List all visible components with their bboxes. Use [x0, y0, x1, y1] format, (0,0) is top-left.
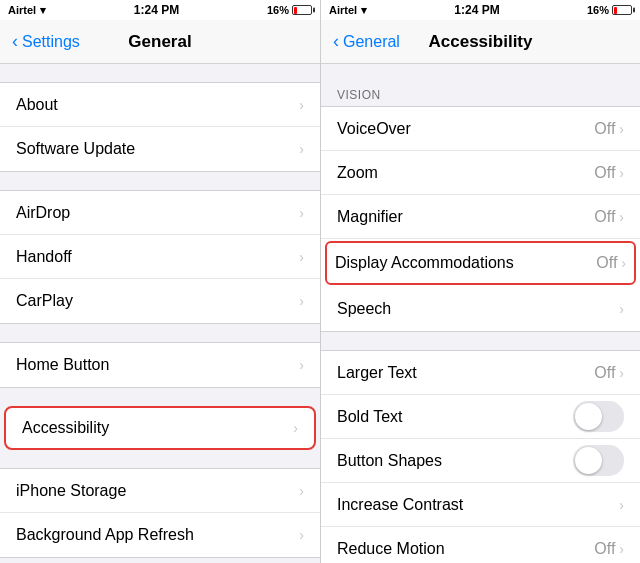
item-value-voiceover: Off: [594, 120, 615, 138]
list-item-magnifier[interactable]: Magnifier Off ›: [321, 195, 640, 239]
battery-fill-right: [614, 7, 617, 14]
section-group-1: About › Software Update ›: [0, 82, 320, 172]
list-item-increase-contrast[interactable]: Increase Contrast ›: [321, 483, 640, 527]
list-container-5: iPhone Storage › Background App Refresh …: [0, 468, 320, 558]
item-label-software-update: Software Update: [16, 140, 135, 158]
back-chevron-right: ‹: [333, 31, 339, 52]
item-value-zoom: Off: [594, 164, 615, 182]
back-chevron-left: ‹: [12, 31, 18, 52]
list-item-button-shapes[interactable]: Button Shapes: [321, 439, 640, 483]
item-label-iphone-storage: iPhone Storage: [16, 482, 126, 500]
item-label-carplay: CarPlay: [16, 292, 73, 310]
status-right-right: 16%: [587, 4, 632, 16]
item-value-larger-text: Off: [594, 364, 615, 382]
battery-icon-left: [292, 5, 312, 15]
back-button-left[interactable]: ‹ Settings: [12, 31, 80, 52]
time-right: 1:24 PM: [454, 3, 499, 17]
item-label-background-app-refresh: Background App Refresh: [16, 526, 194, 544]
item-label-magnifier: Magnifier: [337, 208, 403, 226]
list-container-1: About › Software Update ›: [0, 82, 320, 172]
item-right-magnifier: Off ›: [594, 208, 624, 226]
chevron-zoom: ›: [619, 165, 624, 181]
interaction-list: Larger Text Off › Bold Text Button: [321, 350, 640, 563]
item-right-speech: ›: [619, 301, 624, 317]
left-screen: Airtel ▾ 1:24 PM 16% ‹ Settings General …: [0, 0, 320, 563]
item-value-reduce-motion: Off: [594, 540, 615, 558]
status-left-right: Airtel ▾: [329, 4, 367, 17]
list-item-zoom[interactable]: Zoom Off ›: [321, 151, 640, 195]
back-label-right: General: [343, 33, 400, 51]
chevron-background-app-refresh: ›: [299, 527, 304, 543]
list-container-4: Accessibility ›: [0, 406, 320, 450]
item-label-handoff: Handoff: [16, 248, 72, 266]
toggle-button-shapes[interactable]: [573, 445, 624, 476]
list-item-background-app-refresh[interactable]: Background App Refresh ›: [0, 513, 320, 557]
battery-percent-right: 16%: [587, 4, 609, 16]
list-item-display-accommodations[interactable]: Display Accommodations Off ›: [325, 241, 636, 285]
section-group-5: iPhone Storage › Background App Refresh …: [0, 468, 320, 558]
chevron-accessibility: ›: [293, 420, 298, 436]
list-item-accessibility[interactable]: Accessibility ›: [4, 406, 316, 450]
item-label-about: About: [16, 96, 58, 114]
item-right-handoff: ›: [299, 249, 304, 265]
list-item-bold-text[interactable]: Bold Text: [321, 395, 640, 439]
nav-bar-right: ‹ General Accessibility: [321, 20, 640, 64]
item-right-accessibility: ›: [293, 420, 298, 436]
list-item-about[interactable]: About ›: [0, 83, 320, 127]
item-right-about: ›: [299, 97, 304, 113]
carrier-left: Airtel: [8, 4, 36, 16]
item-label-button-shapes: Button Shapes: [337, 452, 442, 470]
nav-title-left: General: [128, 32, 191, 52]
list-item-voiceover[interactable]: VoiceOver Off ›: [321, 107, 640, 151]
item-label-home-button: Home Button: [16, 356, 109, 374]
list-item-carplay[interactable]: CarPlay ›: [0, 279, 320, 323]
item-right-iphone-storage: ›: [299, 483, 304, 499]
list-item-home-button[interactable]: Home Button ›: [0, 343, 320, 387]
item-label-zoom: Zoom: [337, 164, 378, 182]
item-right-voiceover: Off ›: [594, 120, 624, 138]
chevron-airdrop: ›: [299, 205, 304, 221]
chevron-iphone-storage: ›: [299, 483, 304, 499]
item-right-background-app-refresh: ›: [299, 527, 304, 543]
item-right-reduce-motion: Off ›: [594, 540, 624, 558]
chevron-display-accommodations: ›: [621, 255, 626, 271]
back-label-left: Settings: [22, 33, 80, 51]
status-bar-left: Airtel ▾ 1:24 PM 16%: [0, 0, 320, 20]
item-label-larger-text: Larger Text: [337, 364, 417, 382]
item-label-display-accommodations: Display Accommodations: [335, 254, 514, 272]
list-item-software-update[interactable]: Software Update ›: [0, 127, 320, 171]
chevron-speech: ›: [619, 301, 624, 317]
section-group-3: Home Button ›: [0, 342, 320, 388]
item-right-button-shapes: [573, 445, 624, 476]
list-item-handoff[interactable]: Handoff ›: [0, 235, 320, 279]
chevron-magnifier: ›: [619, 209, 624, 225]
item-label-speech: Speech: [337, 300, 391, 318]
list-container-2: AirDrop › Handoff › CarPlay ›: [0, 190, 320, 324]
section-group-4: Accessibility ›: [0, 406, 320, 450]
toggle-knob-bold-text: [575, 403, 602, 430]
nav-bar-left: ‹ Settings General: [0, 20, 320, 64]
list-item-airdrop[interactable]: AirDrop ›: [0, 191, 320, 235]
vision-list: VoiceOver Off › Zoom Off › Magnifier: [321, 106, 640, 332]
accessibility-scroll: VISION VoiceOver Off › Zoom Off ›: [321, 64, 640, 563]
back-button-right[interactable]: ‹ General: [333, 31, 400, 52]
chevron-voiceover: ›: [619, 121, 624, 137]
item-right-increase-contrast: ›: [619, 497, 624, 513]
chevron-reduce-motion: ›: [619, 541, 624, 557]
item-right-display-accommodations: Off ›: [596, 254, 626, 272]
item-value-magnifier: Off: [594, 208, 615, 226]
chevron-larger-text: ›: [619, 365, 624, 381]
item-right-home-button: ›: [299, 357, 304, 373]
list-item-iphone-storage[interactable]: iPhone Storage ›: [0, 469, 320, 513]
status-right-left: 16%: [267, 4, 312, 16]
item-right-carplay: ›: [299, 293, 304, 309]
status-left: Airtel ▾: [8, 4, 46, 17]
toggle-bold-text[interactable]: [573, 401, 624, 432]
list-item-larger-text[interactable]: Larger Text Off ›: [321, 351, 640, 395]
list-item-speech[interactable]: Speech ›: [321, 287, 640, 331]
vision-section: VISION VoiceOver Off › Zoom Off ›: [321, 82, 640, 332]
nav-title-right: Accessibility: [429, 32, 533, 52]
chevron-home-button: ›: [299, 357, 304, 373]
list-item-reduce-motion[interactable]: Reduce Motion Off ›: [321, 527, 640, 563]
battery-fill-left: [294, 7, 297, 14]
